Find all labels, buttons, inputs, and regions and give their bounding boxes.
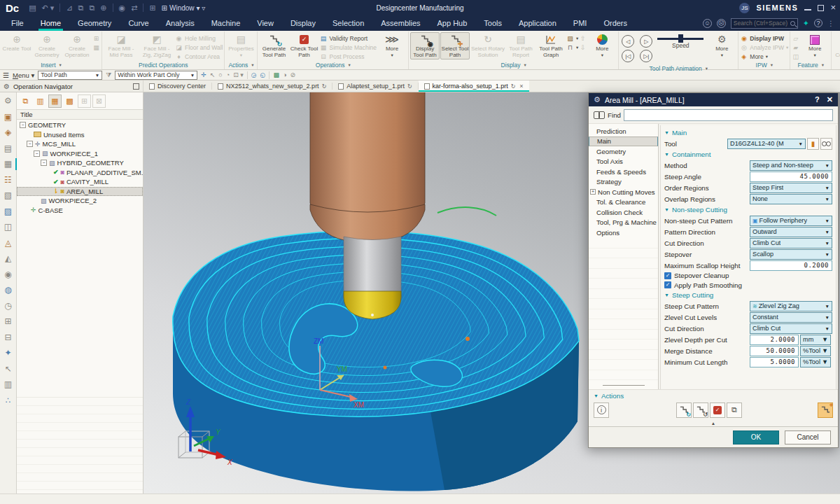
section-steep-cutting[interactable]: ▼Steep Cutting <box>664 290 832 300</box>
maximize-button[interactable] <box>818 5 824 11</box>
tree-item-cavity-mill[interactable]: ✔ ◙ CAVITY_MILL <box>17 177 143 187</box>
menu-tab-analysis[interactable]: Analysis <box>158 15 203 31</box>
overflow-menu-icon[interactable]: ⋮ <box>827 20 834 27</box>
tool-view-icon[interactable]: ◫ <box>4 222 12 232</box>
generate-tool-path-button[interactable]: ↻ Generate Tool Path <box>259 32 288 59</box>
roles-gear-icon[interactable]: ⚙ <box>4 96 12 106</box>
merge-distance-input[interactable]: 50.0000 <box>750 346 799 356</box>
ipw-more-button[interactable]: ◈More▾ <box>740 52 788 61</box>
help-icon[interactable]: ? <box>814 19 822 27</box>
machine-tool-navigator-icon[interactable]: ☷ <box>4 175 12 185</box>
zlevel-depth-input[interactable]: 2.0000 <box>750 335 799 345</box>
arrow-down-icon[interactable]: ⇩ <box>579 43 587 52</box>
menu-tab-application[interactable]: Application <box>510 15 565 31</box>
steep-cut-direction-select[interactable]: Climb Cut▼ <box>750 323 832 334</box>
geometry-view-button[interactable]: ▦ <box>48 94 62 108</box>
feature-icon-3[interactable]: ◫ <box>792 52 799 61</box>
feature-more-button[interactable]: More ▾ <box>800 32 830 58</box>
steep-cut-pattern-select[interactable]: ≋Zlevel Zig Zag▼ <box>750 301 832 312</box>
speed-slider[interactable]: Speed <box>654 32 706 49</box>
menu-tab-pmi[interactable]: PMI <box>565 15 596 31</box>
menu-tab-file[interactable]: File <box>3 15 32 31</box>
nav-item-feeds-speeds[interactable]: Feeds & Speeds <box>589 167 658 177</box>
feature-icon-1[interactable]: ▱ <box>792 34 799 43</box>
speed-track[interactable] <box>657 38 704 40</box>
clock-icon[interactable]: ◷ <box>4 301 11 311</box>
nav-item-strategy[interactable]: Strategy <box>589 177 658 188</box>
menu-tab-app-hub[interactable]: App Hub <box>429 15 476 31</box>
view-filter-select[interactable]: Tool Path▼ <box>38 71 102 80</box>
tree-item-c-base[interactable]: ✛ C-BASE <box>17 206 143 216</box>
close-button[interactable]: × <box>830 4 836 11</box>
pattern-direction-select[interactable]: Outward▼ <box>750 227 832 237</box>
menu-tab-geometry[interactable]: Geometry <box>69 15 120 31</box>
ok-button[interactable]: OK <box>733 430 779 444</box>
arrow-up-icon[interactable]: ⇧ <box>579 34 587 43</box>
nav-item-tool-prg-machine[interactable]: Tool, Prg & Machine Contr <box>589 218 658 228</box>
show-hide-icon[interactable]: ▩ <box>273 71 279 78</box>
insert-extra2-icon[interactable]: ▦ <box>92 43 100 52</box>
menu-hamburger-icon[interactable]: ☰ <box>3 71 9 79</box>
feedback-negative-icon[interactable]: ☹ <box>717 19 726 28</box>
show-only-icon[interactable]: ◑ <box>283 71 286 78</box>
checkbox-checked-icon[interactable]: ✓ <box>664 281 671 288</box>
tree-item-workpiece-2[interactable]: ▧ WORKPIECE_2 <box>17 196 143 206</box>
skip-start-button[interactable]: |◁ <box>622 50 634 62</box>
select-tool-path-button[interactable]: ✛ Select Tool Path <box>440 32 470 59</box>
create-geometry-button[interactable]: ⊕ Create Geometry <box>32 32 62 59</box>
select-circle-icon[interactable]: ○ <box>218 71 222 78</box>
min-cut-length-input[interactable]: 5.0000 <box>750 357 799 368</box>
copy-icon[interactable]: ⧉ <box>78 4 84 12</box>
system-tools-icon[interactable]: ⊞ <box>4 316 11 326</box>
tree-item-geometry[interactable]: − GEOMETRY <box>17 120 143 130</box>
contour-area-button[interactable]: ♦Contour Area <box>175 52 223 61</box>
dialog-help-icon[interactable]: ? <box>815 95 820 104</box>
touch-icon[interactable]: ⊕ <box>100 4 106 12</box>
search-input[interactable] <box>734 20 788 27</box>
window-menu[interactable]: ⊞ Window ▾ ▿ <box>162 4 206 12</box>
refresh-icon[interactable]: ↻ <box>322 83 327 90</box>
selection-scope-select[interactable]: Within Work Part Only▼ <box>115 71 197 80</box>
hd3d-tools-icon[interactable]: ◭ <box>5 253 11 263</box>
section-main[interactable]: ▼Main <box>664 127 832 138</box>
nav-item-main[interactable]: Main <box>589 136 658 147</box>
image-icon[interactable]: ▥ <box>4 379 12 389</box>
sync-icon[interactable]: ⇄ <box>131 4 137 12</box>
cut-direction-select[interactable]: Climb Cut▼ <box>750 238 832 248</box>
display-tool-button[interactable] <box>820 138 832 150</box>
collapse-icon[interactable]: − <box>34 150 40 157</box>
checkbox-checked-icon[interactable]: ✓ <box>664 272 671 279</box>
rotate-view-icon[interactable]: ◵ <box>260 71 266 78</box>
collapse-icon[interactable]: − <box>20 122 26 128</box>
nav-item-options[interactable]: Options <box>589 227 658 238</box>
pointer-icon[interactable]: ↖ <box>4 364 11 374</box>
create-tool-button[interactable]: ⊕ Create Tool <box>2 32 31 53</box>
list-button[interactable]: ⧉ <box>727 402 742 418</box>
navigator-column-header[interactable]: Title <box>17 109 143 120</box>
nav-item-prediction[interactable]: Prediction <box>589 126 658 136</box>
section-non-steep-cutting[interactable]: ▼Non-steep Cutting <box>664 204 832 215</box>
method-select[interactable]: Steep and Non-steep▼ <box>750 160 832 171</box>
floor-and-wall-button[interactable]: ◪Floor and Wall <box>175 43 223 52</box>
reuse-library-icon[interactable]: ◬ <box>5 238 11 248</box>
steep-angle-input[interactable]: 45.0000 <box>750 172 832 182</box>
palette-icon[interactable]: ✦ <box>4 348 11 358</box>
tree-item-area-mill[interactable]: ⇂ ◙ AREA_MILL <box>17 187 143 197</box>
constraint-navigator-icon[interactable]: ◈ <box>5 127 11 137</box>
min-cut-length-unit-select[interactable]: %Tool▼ <box>800 357 831 368</box>
menu-tab-machine[interactable]: Machine <box>203 15 249 31</box>
internet-explorer-icon[interactable]: ◉ <box>4 270 11 279</box>
circles-icon[interactable]: ∴ <box>6 396 11 405</box>
mic-icon[interactable]: ◉ <box>119 4 126 12</box>
display-tool-icon[interactable]: ⊓▾ <box>566 43 578 52</box>
post-process-button[interactable]: ⊟Post Process <box>319 52 377 61</box>
create-operation-button[interactable]: ⊕ Create Operation <box>62 32 92 59</box>
group-launcher-icon[interactable]: ▾ <box>59 62 62 68</box>
machine-icon[interactable]: ⊟ <box>4 332 11 342</box>
snap-point-icon[interactable]: ✛ <box>201 71 206 78</box>
section-actions[interactable]: ▼Actions <box>594 391 833 401</box>
tab-alaptest-setup[interactable]: Alaptest_setup_1.prt ↻ <box>332 80 417 92</box>
edit-tool-button[interactable]: ▮ <box>807 138 819 150</box>
zlevel-cut-levels-select[interactable]: Constant▼ <box>750 312 832 323</box>
expand-icon[interactable]: + <box>590 189 596 195</box>
